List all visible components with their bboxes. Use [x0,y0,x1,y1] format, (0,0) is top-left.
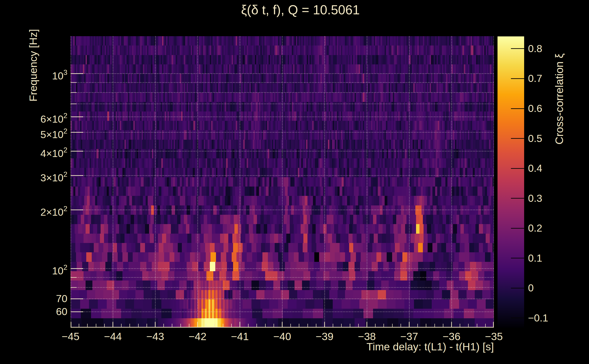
colorbar-tick-mark-0.5 [511,138,524,139]
y-tick-label-200: 2×102 [0,204,67,216]
y-tick-label-1000: 103 [0,67,67,80]
colorbar-tick-mark-0 [511,288,524,288]
y-tick-exponent: 2 [64,205,67,213]
y-tick-exponent: 2 [64,146,67,154]
colorbar-tick-label-0.3: 0.3 [528,192,583,205]
colorbar [497,36,524,328]
colorbar-tick-mark-0.7 [511,78,524,79]
y-tick-label-500: 5×102 [0,126,67,138]
colorbar-label: Cross-correlation ξ [552,19,567,179]
y-tick-label-60: 60 [0,306,67,318]
y-tick-exponent: 2 [64,263,67,271]
y-tick-exponent: 2 [64,127,67,135]
colorbar-tick-label-0.1: 0.1 [528,252,583,264]
y-tick-exponent: 2 [64,170,67,178]
colorbar-tick-mark-0.1 [511,258,524,259]
colorbar-tick-mark-0.4 [511,168,524,169]
x-tick-label--45: −45 [50,330,91,343]
colorbar-tick-mark-0.3 [511,198,524,199]
heatmap-canvas [71,36,494,328]
x-axis-label: Time delay: t(L1) - t(H1) [s] [266,340,494,353]
colorbar-tick-label--0.1: −0.1 [528,312,583,324]
y-tick-label-400: 4×102 [0,145,67,157]
y-tick-label-70: 70 [0,292,67,305]
chart-title: ξ(δ t, f), Q = 10.5061 [164,2,437,17]
x-tick-label--44: −44 [92,330,133,343]
x-tick-label--41: −41 [219,330,260,343]
colorbar-tick-mark-0.8 [511,48,524,49]
colorbar-tick-mark-0.6 [511,108,524,109]
colorbar-tick-label-0: 0 [528,282,583,294]
colorbar-tick-mark--0.1 [511,318,524,318]
x-tick-label--43: −43 [135,330,176,343]
x-tick-label--42: −42 [177,330,218,343]
y-tick-exponent: 2 [64,112,67,120]
y-tick-label-300: 3×102 [0,169,67,182]
colorbar-tick-mark-0.2 [511,228,524,229]
y-tick-label-600: 6×102 [0,110,67,123]
y-tick-exponent: 3 [64,68,67,77]
colorbar-tick-label-0.2: 0.2 [528,222,583,234]
y-tick-label-100: 102 [0,262,67,275]
cross-correlation-qscan-figure: ξ(δ t, f), Q = 10.5061 Frequency [Hz] 10… [0,0,589,364]
